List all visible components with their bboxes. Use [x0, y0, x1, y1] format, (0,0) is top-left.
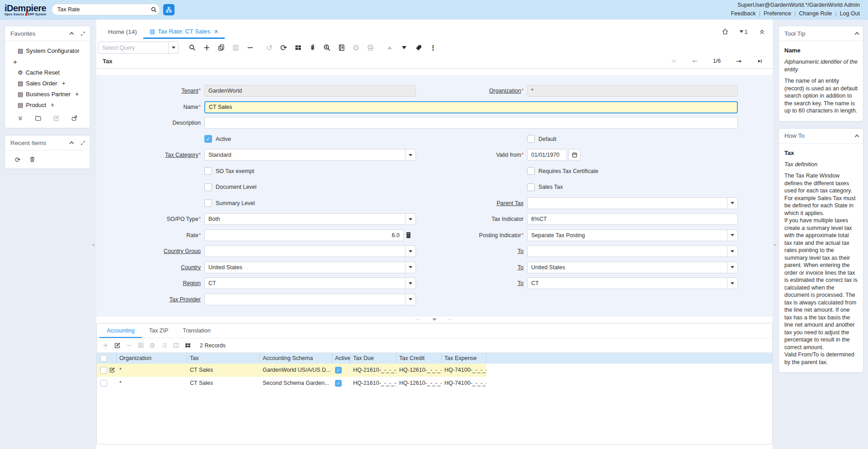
splitter-collapse-icon[interactable] — [432, 318, 437, 321]
detail-grid-icon[interactable] — [183, 341, 193, 350]
default-checkbox[interactable] — [527, 135, 535, 143]
requires-tax-certificate-checkbox[interactable] — [527, 167, 535, 175]
row-edit-icon[interactable] — [109, 367, 115, 373]
col-tax-credit[interactable]: Tax Credit — [396, 353, 442, 364]
row-active-checkbox[interactable]: ✓ — [335, 367, 342, 374]
folder-icon[interactable] — [35, 115, 42, 122]
favorites-item-system-configurator[interactable]: ▤ System Configurator — [9, 46, 86, 56]
global-search-input[interactable] — [52, 6, 148, 13]
sales-tax-checkbox[interactable] — [527, 183, 535, 191]
new-record-icon[interactable] — [201, 42, 212, 53]
save-record-icon[interactable] — [230, 42, 241, 53]
caret-down-icon[interactable] — [727, 262, 737, 273]
so-tax-exempt-checkbox[interactable] — [204, 167, 212, 175]
preference-link[interactable]: Preference — [764, 10, 791, 17]
caret-down-icon[interactable] — [405, 294, 415, 305]
tax-category-dropdown[interactable]: Standard — [204, 149, 416, 161]
zoom-across-icon[interactable] — [321, 42, 333, 53]
caret-down-icon[interactable] — [405, 214, 415, 224]
so-po-type-dropdown[interactable]: Both — [204, 213, 416, 225]
report-icon[interactable] — [336, 42, 347, 53]
row-checkbox[interactable] — [100, 380, 107, 387]
summary-level-checkbox[interactable] — [204, 199, 212, 207]
last-record-icon[interactable] — [757, 58, 763, 64]
to-region-dropdown[interactable]: CT — [527, 277, 738, 289]
delete-record-icon[interactable] — [245, 42, 256, 53]
search-icon[interactable] — [148, 6, 160, 13]
caret-down-icon[interactable] — [405, 278, 415, 289]
home-icon[interactable] — [722, 28, 729, 35]
detail-record-icon[interactable] — [399, 42, 410, 53]
row-active-checkbox[interactable]: ✓ — [335, 380, 342, 387]
favorites-item-sales-order[interactable]: ▤ Sales Order + — [9, 78, 86, 89]
tab-tax-rate[interactable]: ▤ Tax Rate: CT Sales ✕ — [143, 26, 225, 39]
tax-provider-dropdown[interactable] — [204, 294, 416, 305]
caret-down-icon[interactable] — [727, 230, 737, 241]
collapse-favorites-icon[interactable] — [70, 32, 74, 37]
caret-down-icon[interactable] — [727, 278, 737, 289]
undo-icon[interactable]: ↺ — [264, 42, 275, 53]
favorites-item-product[interactable]: ▤ Product + — [9, 99, 86, 110]
document-level-checkbox[interactable] — [204, 183, 212, 191]
more-actions-icon[interactable]: ⋮ — [428, 42, 439, 53]
country-group-dropdown[interactable] — [204, 245, 416, 257]
row-checkbox[interactable] — [100, 367, 107, 374]
expand-favorites-icon[interactable] — [80, 31, 85, 36]
tab-translation[interactable]: Translation — [175, 323, 217, 338]
select-query-input[interactable] — [99, 45, 168, 51]
refresh-icon[interactable]: ⟳ — [15, 156, 21, 164]
expand-node-icon[interactable]: + — [75, 90, 79, 98]
select-all-checkbox[interactable] — [100, 355, 107, 362]
select-query-dropdown-button[interactable] — [168, 42, 178, 53]
select-query-combo[interactable] — [98, 42, 179, 54]
collapse-how-to-icon[interactable] — [855, 134, 859, 139]
next-record-icon[interactable]: → — [736, 57, 741, 65]
tab-accounting[interactable]: Accounting — [99, 323, 142, 338]
trash-icon[interactable] — [29, 156, 36, 164]
collapse-tool-tip-icon[interactable] — [855, 32, 859, 37]
detail-save-icon[interactable] — [136, 341, 146, 350]
detail-splitter[interactable]: ⋯ ⋯ — [96, 317, 773, 322]
detail-edit-icon[interactable] — [113, 341, 122, 350]
favorites-item-business-partner[interactable]: ▤ Business Partner + — [9, 89, 86, 99]
active-checkbox[interactable]: ✓ — [204, 135, 212, 143]
parent-record-icon[interactable] — [384, 42, 396, 53]
posting-indicator-dropdown[interactable]: Separate Tax Posting — [527, 229, 738, 241]
valid-from-field[interactable]: 01/01/1970 — [527, 149, 567, 161]
description-field[interactable] — [204, 117, 738, 129]
detail-list-icon[interactable] — [160, 341, 169, 350]
name-field[interactable] — [204, 101, 738, 113]
parent-tax-dropdown[interactable] — [527, 197, 738, 209]
tab-tax-zip[interactable]: Tax ZIP — [142, 323, 175, 338]
label-icon[interactable] — [413, 42, 425, 53]
expand-node-icon[interactable]: + — [51, 101, 54, 108]
caret-down-icon[interactable] — [727, 198, 737, 209]
table-row[interactable]: * CT Sales Second Schema Garden... ✓ HQ-… — [97, 377, 486, 390]
to-country-group-dropdown[interactable] — [527, 245, 738, 257]
caret-down-icon[interactable] — [405, 262, 415, 273]
to-country-dropdown[interactable]: United States — [527, 262, 738, 273]
window-switcher[interactable]: 1 — [740, 28, 748, 35]
col-organization[interactable]: Organization — [117, 353, 187, 364]
west-splitter[interactable]: ◂ — [90, 19, 96, 449]
favorites-item-cache-reset[interactable]: ⚙ Cache Reset — [9, 67, 86, 78]
collapse-recent-icon[interactable] — [70, 141, 74, 146]
attachment-icon[interactable] — [307, 42, 318, 53]
detail-delete-icon[interactable] — [124, 341, 134, 350]
menu-tree-button[interactable] — [163, 4, 175, 15]
collapse-tabs-icon[interactable] — [759, 28, 765, 35]
global-search-box[interactable] — [52, 4, 160, 15]
region-dropdown[interactable]: CT — [204, 277, 416, 289]
caret-down-icon[interactable] — [405, 246, 415, 257]
tax-indicator-field[interactable]: 6%CT — [527, 213, 738, 225]
calendar-icon[interactable] — [568, 149, 580, 161]
rate-field[interactable]: 6.0 — [204, 229, 404, 241]
detail-process-icon[interactable]: ⚙ — [148, 341, 157, 350]
change-role-link[interactable]: Change Role — [799, 10, 832, 17]
expand-recent-icon[interactable] — [80, 140, 85, 145]
col-tax[interactable]: Tax — [187, 353, 260, 364]
print-icon[interactable] — [365, 42, 376, 53]
favorites-add-placeholder[interactable]: + — [9, 56, 86, 67]
col-accounting-schema[interactable]: Accounting Schema — [260, 353, 332, 364]
table-row[interactable]: * CT Sales GardenWorld US/A/US D... ✓ HQ… — [97, 364, 486, 377]
